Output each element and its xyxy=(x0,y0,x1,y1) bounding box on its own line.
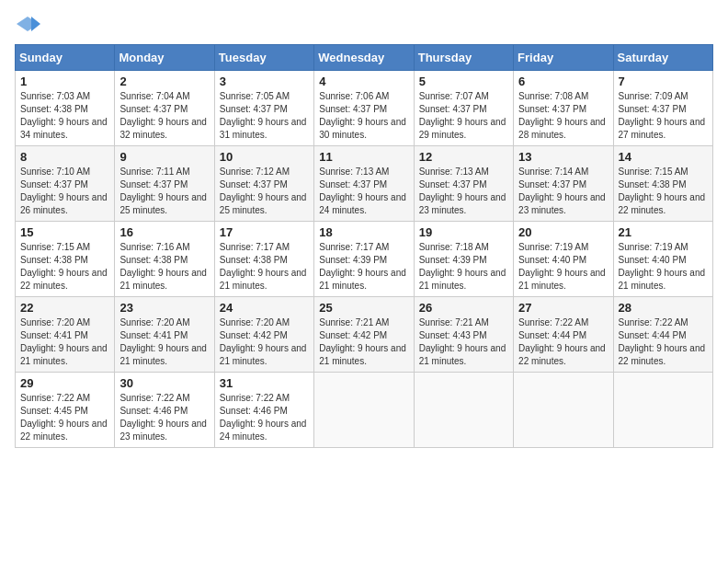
day-info: Sunrise: 7:03 AMSunset: 4:38 PMDaylight:… xyxy=(20,90,109,142)
calendar-cell: 8Sunrise: 7:10 AMSunset: 4:37 PMDaylight… xyxy=(16,146,115,222)
day-number: 8 xyxy=(20,150,109,164)
calendar-cell: 5Sunrise: 7:07 AMSunset: 4:37 PMDaylight… xyxy=(414,71,513,146)
calendar-cell xyxy=(613,373,712,448)
day-info: Sunrise: 7:20 AMSunset: 4:42 PMDaylight:… xyxy=(220,316,309,368)
calendar-week-4: 22Sunrise: 7:20 AMSunset: 4:41 PMDayligh… xyxy=(16,297,713,373)
day-number: 10 xyxy=(220,150,309,164)
day-info: Sunrise: 7:18 AMSunset: 4:39 PMDaylight:… xyxy=(419,241,508,293)
day-info: Sunrise: 7:22 AMSunset: 4:44 PMDaylight:… xyxy=(619,316,708,368)
day-number: 30 xyxy=(119,376,209,390)
calendar-cell xyxy=(514,373,613,448)
day-number: 9 xyxy=(119,150,209,164)
day-info: Sunrise: 7:12 AMSunset: 4:37 PMDaylight:… xyxy=(220,166,309,217)
calendar-cell: 23Sunrise: 7:20 AMSunset: 4:41 PMDayligh… xyxy=(115,297,214,373)
calendar-cell: 25Sunrise: 7:21 AMSunset: 4:42 PMDayligh… xyxy=(314,297,414,373)
logo xyxy=(15,15,44,33)
calendar-cell: 6Sunrise: 7:08 AMSunset: 4:37 PMDaylight… xyxy=(514,71,613,146)
day-number: 20 xyxy=(518,225,608,239)
day-number: 22 xyxy=(20,301,109,315)
day-number: 7 xyxy=(619,75,708,88)
calendar-cell: 20Sunrise: 7:19 AMSunset: 4:40 PMDayligh… xyxy=(514,222,613,297)
day-number: 2 xyxy=(119,75,209,88)
day-info: Sunrise: 7:11 AMSunset: 4:37 PMDaylight:… xyxy=(119,166,209,217)
day-info: Sunrise: 7:07 AMSunset: 4:37 PMDaylight:… xyxy=(419,90,508,142)
calendar-cell: 4Sunrise: 7:06 AMSunset: 4:37 PMDaylight… xyxy=(314,71,414,146)
day-number: 5 xyxy=(419,75,508,88)
day-info: Sunrise: 7:22 AMSunset: 4:46 PMDaylight:… xyxy=(119,392,209,443)
day-info: Sunrise: 7:21 AMSunset: 4:42 PMDaylight:… xyxy=(319,316,408,368)
day-info: Sunrise: 7:05 AMSunset: 4:37 PMDaylight:… xyxy=(220,90,309,142)
calendar-week-2: 8Sunrise: 7:10 AMSunset: 4:37 PMDaylight… xyxy=(16,146,713,222)
day-info: Sunrise: 7:09 AMSunset: 4:37 PMDaylight:… xyxy=(619,90,708,142)
weekday-header-wednesday: Wednesday xyxy=(314,45,414,71)
calendar-cell: 13Sunrise: 7:14 AMSunset: 4:37 PMDayligh… xyxy=(514,146,613,222)
calendar-cell: 15Sunrise: 7:15 AMSunset: 4:38 PMDayligh… xyxy=(16,222,115,297)
calendar-cell: 12Sunrise: 7:13 AMSunset: 4:37 PMDayligh… xyxy=(414,146,513,222)
calendar-cell: 2Sunrise: 7:04 AMSunset: 4:37 PMDaylight… xyxy=(115,71,214,146)
calendar-cell: 29Sunrise: 7:22 AMSunset: 4:45 PMDayligh… xyxy=(16,373,115,448)
day-info: Sunrise: 7:22 AMSunset: 4:44 PMDaylight:… xyxy=(518,316,608,368)
day-number: 24 xyxy=(220,301,309,315)
day-info: Sunrise: 7:16 AMSunset: 4:38 PMDaylight:… xyxy=(119,241,209,293)
day-number: 14 xyxy=(619,150,708,164)
day-number: 11 xyxy=(319,150,408,164)
day-info: Sunrise: 7:13 AMSunset: 4:37 PMDaylight:… xyxy=(419,166,508,217)
page-header xyxy=(15,15,713,33)
weekday-header-tuesday: Tuesday xyxy=(214,45,313,71)
calendar-cell: 16Sunrise: 7:16 AMSunset: 4:38 PMDayligh… xyxy=(115,222,214,297)
calendar-cell: 21Sunrise: 7:19 AMSunset: 4:40 PMDayligh… xyxy=(613,222,712,297)
day-info: Sunrise: 7:21 AMSunset: 4:43 PMDaylight:… xyxy=(419,316,508,368)
calendar-table: SundayMondayTuesdayWednesdayThursdayFrid… xyxy=(15,44,713,448)
day-info: Sunrise: 7:22 AMSunset: 4:46 PMDaylight:… xyxy=(220,392,309,443)
calendar-cell xyxy=(314,373,414,448)
day-number: 13 xyxy=(518,150,608,164)
calendar-cell xyxy=(414,373,513,448)
day-info: Sunrise: 7:04 AMSunset: 4:37 PMDaylight:… xyxy=(119,90,209,142)
day-number: 23 xyxy=(119,301,209,315)
calendar-cell: 22Sunrise: 7:20 AMSunset: 4:41 PMDayligh… xyxy=(16,297,115,373)
day-number: 1 xyxy=(20,75,109,88)
day-info: Sunrise: 7:20 AMSunset: 4:41 PMDaylight:… xyxy=(119,316,209,368)
calendar-cell: 1Sunrise: 7:03 AMSunset: 4:38 PMDaylight… xyxy=(16,71,115,146)
weekday-header-saturday: Saturday xyxy=(613,45,712,71)
weekday-header-thursday: Thursday xyxy=(414,45,513,71)
calendar-cell: 3Sunrise: 7:05 AMSunset: 4:37 PMDaylight… xyxy=(214,71,313,146)
calendar-cell: 9Sunrise: 7:11 AMSunset: 4:37 PMDaylight… xyxy=(115,146,214,222)
day-number: 15 xyxy=(20,225,109,239)
day-number: 18 xyxy=(319,225,408,239)
calendar-cell: 28Sunrise: 7:22 AMSunset: 4:44 PMDayligh… xyxy=(613,297,712,373)
day-info: Sunrise: 7:22 AMSunset: 4:45 PMDaylight:… xyxy=(20,392,109,443)
day-number: 19 xyxy=(419,225,508,239)
calendar-cell: 30Sunrise: 7:22 AMSunset: 4:46 PMDayligh… xyxy=(115,373,214,448)
calendar-week-5: 29Sunrise: 7:22 AMSunset: 4:45 PMDayligh… xyxy=(16,373,713,448)
calendar-cell: 24Sunrise: 7:20 AMSunset: 4:42 PMDayligh… xyxy=(214,297,313,373)
logo-icon xyxy=(15,15,40,33)
day-info: Sunrise: 7:10 AMSunset: 4:37 PMDaylight:… xyxy=(20,166,109,217)
day-info: Sunrise: 7:15 AMSunset: 4:38 PMDaylight:… xyxy=(619,166,708,217)
calendar-cell: 19Sunrise: 7:18 AMSunset: 4:39 PMDayligh… xyxy=(414,222,513,297)
calendar-week-1: 1Sunrise: 7:03 AMSunset: 4:38 PMDaylight… xyxy=(16,71,713,146)
day-info: Sunrise: 7:14 AMSunset: 4:37 PMDaylight:… xyxy=(518,166,608,217)
day-number: 31 xyxy=(220,376,309,390)
day-info: Sunrise: 7:08 AMSunset: 4:37 PMDaylight:… xyxy=(518,90,608,142)
day-info: Sunrise: 7:17 AMSunset: 4:38 PMDaylight:… xyxy=(220,241,309,293)
day-number: 28 xyxy=(619,301,708,315)
calendar-cell: 26Sunrise: 7:21 AMSunset: 4:43 PMDayligh… xyxy=(414,297,513,373)
day-number: 4 xyxy=(319,75,408,88)
day-number: 21 xyxy=(619,225,708,239)
day-number: 27 xyxy=(518,301,608,315)
day-number: 17 xyxy=(220,225,309,239)
day-number: 3 xyxy=(220,75,309,88)
day-info: Sunrise: 7:17 AMSunset: 4:39 PMDaylight:… xyxy=(319,241,408,293)
weekday-header-sunday: Sunday xyxy=(16,45,115,71)
day-info: Sunrise: 7:19 AMSunset: 4:40 PMDaylight:… xyxy=(619,241,708,293)
weekday-header-friday: Friday xyxy=(514,45,613,71)
calendar-cell: 14Sunrise: 7:15 AMSunset: 4:38 PMDayligh… xyxy=(613,146,712,222)
day-info: Sunrise: 7:06 AMSunset: 4:37 PMDaylight:… xyxy=(319,90,408,142)
calendar-cell: 31Sunrise: 7:22 AMSunset: 4:46 PMDayligh… xyxy=(214,373,313,448)
day-number: 29 xyxy=(20,376,109,390)
weekday-header-monday: Monday xyxy=(115,45,214,71)
calendar-cell: 10Sunrise: 7:12 AMSunset: 4:37 PMDayligh… xyxy=(214,146,313,222)
calendar-cell: 27Sunrise: 7:22 AMSunset: 4:44 PMDayligh… xyxy=(514,297,613,373)
day-info: Sunrise: 7:13 AMSunset: 4:37 PMDaylight:… xyxy=(319,166,408,217)
